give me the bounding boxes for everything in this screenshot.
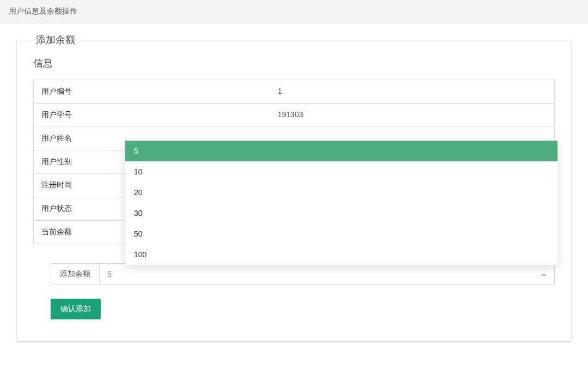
dropdown-option-10[interactable]: 10 [125, 161, 558, 182]
select-current-value: 5 [107, 270, 112, 279]
dropdown-option-30[interactable]: 30 [125, 203, 558, 223]
caret-up-icon [541, 273, 547, 276]
add-balance-row: 添加余额 5 [51, 263, 555, 285]
table-row: 用户编号 1 [34, 80, 554, 104]
add-balance-select[interactable]: 5 [99, 263, 555, 285]
dropdown-option-20[interactable]: 20 [125, 182, 558, 203]
confirm-add-button[interactable]: 确认添加 [51, 299, 101, 319]
modal-header: 用户信息及余额操作 [0, 0, 588, 23]
row-value-student-id: 191303 [270, 104, 554, 126]
row-label-student-id: 用户学号 [34, 104, 270, 126]
select-dropdown-panel: 5 10 20 30 50 100 [125, 141, 558, 265]
add-balance-label: 添加余额 [51, 263, 99, 285]
row-label-user-id: 用户编号 [34, 80, 270, 103]
panel-title: 添加余额 [30, 33, 81, 46]
dropdown-option-50[interactable]: 50 [125, 223, 558, 244]
table-row: 用户学号 191303 [34, 104, 554, 127]
info-subtitle: 信息 [33, 57, 555, 70]
row-value-user-id: 1 [270, 80, 554, 103]
modal-title: 用户信息及余额操作 [9, 7, 77, 15]
dropdown-option-100[interactable]: 100 [125, 244, 558, 265]
dropdown-option-5[interactable]: 5 [125, 141, 558, 161]
